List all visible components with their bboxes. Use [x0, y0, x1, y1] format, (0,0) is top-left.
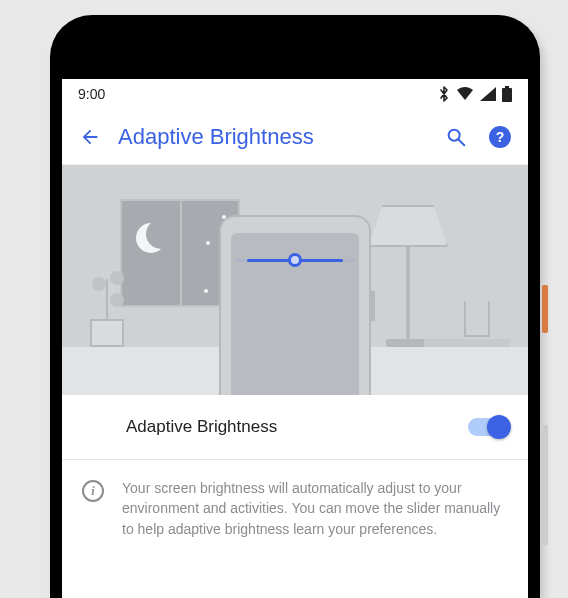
app-bar: Adaptive Brightness ?: [62, 109, 528, 165]
status-bar: 9:00: [62, 79, 528, 109]
cellular-icon: [480, 87, 496, 101]
help-button[interactable]: ?: [484, 121, 516, 153]
battery-icon: [502, 86, 512, 102]
wifi-icon: [456, 87, 474, 101]
phone-power-button: [542, 285, 548, 333]
svg-point-2: [449, 129, 460, 140]
svg-rect-0: [505, 86, 509, 88]
phone-frame: 9:00: [50, 15, 540, 598]
adaptive-brightness-row[interactable]: Adaptive Brightness: [62, 395, 528, 460]
info-icon: i: [82, 480, 104, 502]
illustration-slider-thumb: [288, 253, 302, 267]
status-time: 9:00: [78, 86, 105, 102]
hero-illustration: [62, 165, 528, 395]
status-icons: [438, 86, 512, 102]
search-button[interactable]: [440, 121, 472, 153]
search-icon: [445, 126, 467, 148]
help-icon: ?: [489, 126, 511, 148]
toggle-thumb: [487, 415, 511, 439]
adaptive-brightness-toggle[interactable]: [468, 418, 508, 436]
page-title: Adaptive Brightness: [118, 124, 428, 150]
description-row: i Your screen brightness will automatica…: [62, 460, 528, 539]
svg-line-3: [459, 139, 465, 145]
back-button[interactable]: [74, 121, 106, 153]
screen: 9:00: [62, 79, 528, 598]
phone-volume-button: [542, 425, 548, 545]
bluetooth-icon: [438, 86, 450, 102]
arrow-left-icon: [79, 126, 101, 148]
svg-rect-1: [502, 88, 512, 102]
phone-inner: 9:00: [62, 27, 528, 598]
setting-label: Adaptive Brightness: [126, 417, 277, 437]
description-text: Your screen brightness will automaticall…: [122, 478, 508, 539]
illustration-phone: [219, 215, 371, 395]
